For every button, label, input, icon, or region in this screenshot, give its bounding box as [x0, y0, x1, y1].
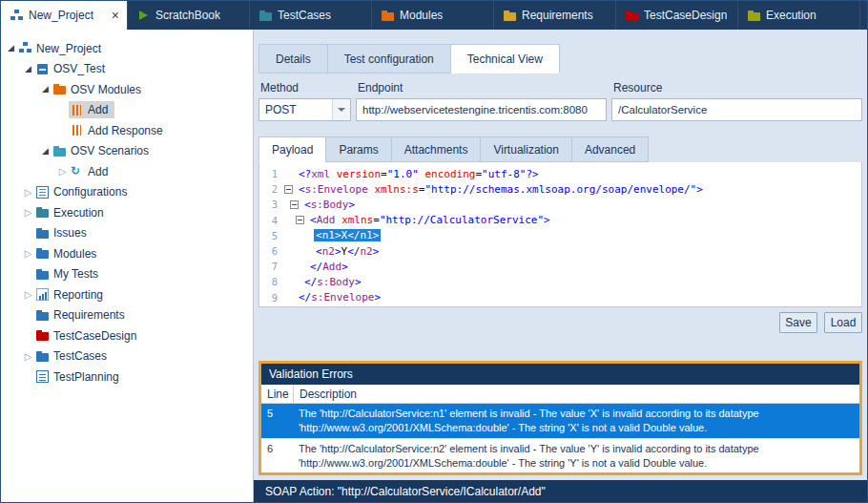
- window-tab-execution[interactable]: Execution: [738, 1, 860, 30]
- tab-details[interactable]: Details: [258, 44, 328, 73]
- folder-icon: [626, 10, 638, 22]
- code-text: </s:Body>: [302, 276, 363, 288]
- tree-item-content[interactable]: TestCases: [34, 347, 114, 365]
- body: ◢New_Project◢OSV_Test◢OSV ModulesAddAdd …: [1, 30, 867, 502]
- tab-technical-view[interactable]: Technical View: [451, 44, 560, 73]
- validation-error-row-5[interactable]: 5The 'http://CalculatorService:n1' eleme…: [261, 404, 859, 438]
- tree-item-osv-modules[interactable]: ◢OSV Modules: [1, 79, 253, 100]
- line-number: 6: [259, 245, 284, 257]
- fold-toggle-icon[interactable]: [290, 200, 302, 209]
- tree-item-content[interactable]: Requirements: [34, 306, 132, 324]
- editor-line-7[interactable]: 7</Add>: [259, 259, 861, 274]
- expanded-expander-icon[interactable]: ◢: [39, 83, 52, 95]
- tree-item-content[interactable]: Add: [69, 101, 114, 118]
- line-number: 3: [259, 199, 284, 210]
- collapsed-expander-icon[interactable]: ▷: [22, 288, 34, 301]
- tab-test-configuration[interactable]: Test configuration: [328, 44, 451, 73]
- tree-item-content[interactable]: Configurations: [34, 183, 134, 200]
- tree-item-content[interactable]: OSV Scenarios: [52, 142, 155, 159]
- tree-item-content[interactable]: OSV Modules: [52, 81, 148, 98]
- tree-item-add-response[interactable]: Add Response: [1, 120, 253, 141]
- tree-item-testcasedesign[interactable]: TestCaseDesign: [1, 325, 253, 346]
- sidebar: ◢New_Project◢OSV_Test◢OSV ModulesAddAdd …: [1, 30, 254, 502]
- tree-item-content[interactable]: TestCaseDesign: [34, 327, 143, 345]
- window-tab-modules[interactable]: Modules: [372, 1, 494, 30]
- tree-item-content[interactable]: TestPlanning: [34, 368, 126, 386]
- payload-tab-params[interactable]: Params: [325, 136, 390, 162]
- editor-line-1[interactable]: 1<?xml version="1.0" encoding="utf-8"?>: [259, 166, 861, 181]
- editor-line-3[interactable]: 3<s:Body>: [259, 197, 861, 212]
- save-button[interactable]: Save: [779, 312, 817, 333]
- window-tab-requirements[interactable]: Requirements: [494, 1, 616, 30]
- tree-item-modules[interactable]: ▷Modules: [1, 243, 253, 264]
- resource-input[interactable]: [611, 98, 862, 121]
- validation-error-row-6[interactable]: 6The 'http://CalculatorService:n2' eleme…: [261, 438, 859, 473]
- tree-item-content[interactable]: Add: [69, 163, 114, 180]
- editor-line-5[interactable]: 5<n1>X</n1>: [259, 228, 861, 243]
- expanded-expander-icon[interactable]: ◢: [39, 145, 52, 157]
- fold-toggle-icon[interactable]: [296, 216, 308, 224]
- window-tab-testcases[interactable]: TestCases: [250, 1, 372, 30]
- fold-toggle-icon[interactable]: [284, 185, 297, 194]
- editor-line-9[interactable]: 9</s:Envelope>: [259, 290, 861, 305]
- expanded-expander-icon[interactable]: ◢: [5, 42, 17, 54]
- tree-item-content[interactable]: New_Project: [17, 40, 108, 57]
- chevron-down-icon[interactable]: [332, 99, 350, 120]
- editor-line-6[interactable]: 6<n2>Y</n2>: [259, 243, 861, 259]
- tree-item-content[interactable]: Reporting: [34, 286, 110, 304]
- close-tab-icon[interactable]: ×: [112, 10, 119, 21]
- window-tab-new-project[interactable]: New_Project×: [1, 1, 128, 30]
- tree-item-content[interactable]: Add Response: [69, 122, 170, 139]
- endpoint-input[interactable]: [356, 98, 607, 121]
- payload-tab-attachments[interactable]: Attachments: [391, 136, 481, 162]
- tree-item-requirements[interactable]: Requirements: [1, 305, 253, 326]
- window-tab-testcasedesign[interactable]: TestCaseDesign: [616, 1, 738, 30]
- tree-item-content[interactable]: Execution: [34, 204, 111, 221]
- line-number: 2: [259, 183, 284, 195]
- error-description: The 'http://CalculatorService:n2' elemen…: [293, 439, 859, 473]
- collapsed-expander-icon[interactable]: ▷: [22, 247, 34, 260]
- collapsed-expander-icon[interactable]: ▷: [56, 165, 69, 178]
- expanded-expander-icon[interactable]: ◢: [22, 63, 34, 75]
- payload-tab-advanced[interactable]: Advanced: [571, 136, 649, 162]
- endpoint-label: Endpoint: [358, 81, 607, 94]
- payload-tab-payload[interactable]: Payload: [258, 136, 325, 162]
- validation-errors-title: Validation Errors: [261, 364, 859, 385]
- validation-errors-panel: Validation Errors Line Description 5The …: [258, 361, 862, 475]
- editor-line-4[interactable]: 4<Add xmlns="http://CalculatorService">: [259, 213, 861, 228]
- window-tab-label: Requirements: [522, 9, 593, 22]
- tree-item-execution[interactable]: ▷Execution: [1, 202, 253, 223]
- tree-item-content[interactable]: Issues: [34, 224, 93, 241]
- tree-item-add[interactable]: Add: [1, 100, 253, 121]
- request-form: Method POST Endpoint Resource: [258, 81, 862, 121]
- collapsed-expander-icon[interactable]: ▷: [22, 186, 34, 199]
- folder-icon: [36, 247, 49, 260]
- payload-tab-virtualization[interactable]: Virtualization: [480, 136, 570, 162]
- tree-item-osv-scenarios[interactable]: ◢OSV Scenarios: [1, 141, 253, 162]
- tree-item-content[interactable]: Modules: [34, 245, 103, 262]
- tree-item-new-project[interactable]: ◢New_Project: [1, 38, 253, 59]
- tree-item-testplanning[interactable]: TestPlanning: [1, 367, 253, 388]
- editor-line-8[interactable]: 8</s:Body>: [259, 274, 861, 289]
- tree-item-reporting[interactable]: ▷Reporting: [1, 284, 253, 305]
- collapsed-expander-icon[interactable]: ▷: [22, 350, 34, 363]
- window-tab-scratchbook[interactable]: ScratchBook: [128, 1, 250, 30]
- editor-line-2[interactable]: 2<s:Envelope xmlns:s="http://schemas.xml…: [259, 181, 861, 197]
- tree-item-my-tests[interactable]: My Tests: [1, 264, 253, 285]
- code-text: <s:Body>: [302, 199, 357, 211]
- method-select[interactable]: POST: [258, 98, 351, 121]
- tree-item-configurations[interactable]: ▷Configurations: [1, 182, 253, 203]
- method-label: Method: [260, 81, 351, 94]
- payload-editor[interactable]: 1<?xml version="1.0" encoding="utf-8"?>2…: [258, 162, 862, 307]
- tree-item-add[interactable]: ▷Add: [1, 161, 253, 182]
- tree-item-testcases[interactable]: ▷TestCases: [1, 346, 253, 367]
- method-value: POST: [265, 103, 297, 116]
- tree-item-content[interactable]: OSV_Test: [34, 60, 112, 77]
- line-number: 5: [259, 230, 284, 241]
- tree-item-osv-test[interactable]: ◢OSV_Test: [1, 59, 253, 80]
- tree-item-content[interactable]: My Tests: [34, 265, 105, 283]
- module-icon: [71, 104, 83, 116]
- load-button[interactable]: Load: [824, 312, 862, 333]
- collapsed-expander-icon[interactable]: ▷: [22, 206, 34, 219]
- tree-item-issues[interactable]: Issues: [1, 223, 253, 244]
